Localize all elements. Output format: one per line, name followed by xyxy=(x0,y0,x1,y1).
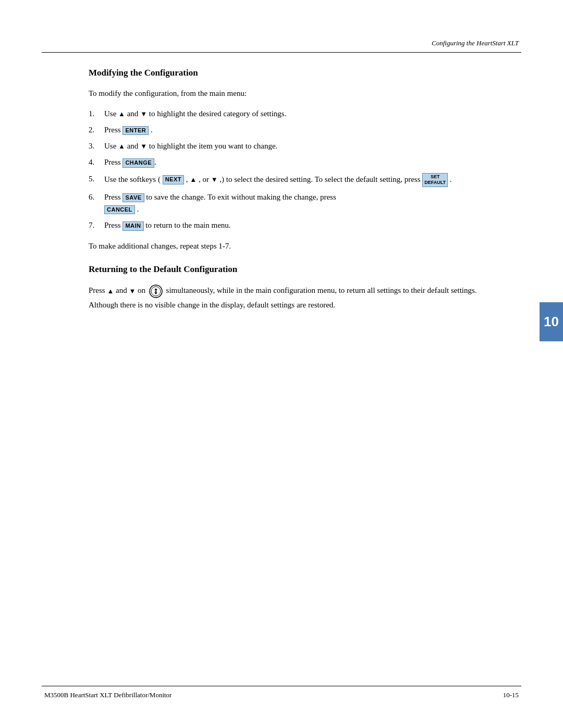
main-content: Modifying the Configuration To modify th… xyxy=(89,63,506,312)
footer-right: 10-15 xyxy=(503,691,519,699)
trailing-text: To make additional changes, repeat steps… xyxy=(89,240,506,252)
enter-key: ENTER xyxy=(123,126,149,135)
step-4: 4. Press CHANGE. xyxy=(89,156,506,168)
section1-title: Modifying the Configuration xyxy=(89,68,506,78)
step-7: 7. Press MAIN to return to the main menu… xyxy=(89,219,506,231)
section2-title: Returning to the Default Configuration xyxy=(89,264,506,275)
bottom-rule xyxy=(42,686,521,686)
arrow-down-icon-3: ▼ xyxy=(211,175,218,185)
step-1: 1. Use ▲ and ▼ to highlight the desired … xyxy=(89,108,506,120)
top-rule xyxy=(42,52,521,53)
main-key: MAIN xyxy=(123,221,143,230)
step-3-content: Use ▲ and ▼ to highlight the item you wa… xyxy=(104,140,506,152)
step-5-num: 5. xyxy=(89,173,104,185)
knob-icon xyxy=(149,284,163,299)
section2-body: Press ▲ and ▼ on simultaneously, while i… xyxy=(89,284,506,312)
step-6-content: Press SAVE to save the change. To exit w… xyxy=(104,191,506,216)
arrow-up-icon: ▲ xyxy=(118,109,125,119)
step-7-num: 7. xyxy=(89,219,104,231)
section2: Returning to the Default Configuration P… xyxy=(89,264,506,312)
arrow-down-icon-4: ▼ xyxy=(129,286,136,297)
step-1-num: 1. xyxy=(89,108,104,120)
set-default-key: SETDEFAULT xyxy=(422,173,448,187)
arrow-down-icon-2: ▼ xyxy=(140,141,147,152)
arrow-down-icon: ▼ xyxy=(140,109,147,119)
save-key: SAVE xyxy=(123,193,144,202)
step-1-content: Use ▲ and ▼ to highlight the desired cat… xyxy=(104,108,506,120)
step-3: 3. Use ▲ and ▼ to highlight the item you… xyxy=(89,140,506,152)
cancel-key: CANCEL xyxy=(104,205,135,214)
footer-left: M3500B HeartStart XLT Defibrillator/Moni… xyxy=(44,691,172,699)
step-2-content: Press ENTER . xyxy=(104,124,506,136)
step-2-num: 2. xyxy=(89,124,104,136)
step-4-content: Press CHANGE. xyxy=(104,156,506,168)
step-7-content: Press MAIN to return to the main menu. xyxy=(104,219,506,231)
step-2: 2. Press ENTER . xyxy=(89,124,506,136)
arrow-up-icon-3: ▲ xyxy=(190,175,197,185)
step-4-num: 4. xyxy=(89,156,104,168)
section1-intro: To modify the configuration, from the ma… xyxy=(89,88,506,100)
arrow-up-icon-4: ▲ xyxy=(107,286,114,297)
steps-list: 1. Use ▲ and ▼ to highlight the desired … xyxy=(89,108,506,232)
section1: Modifying the Configuration To modify th… xyxy=(89,68,506,252)
next-key: NEXT xyxy=(163,175,184,184)
header-text: Configuring the HeartStart XLT xyxy=(432,39,519,47)
step-6: 6. Press SAVE to save the change. To exi… xyxy=(89,191,506,216)
step-5: 5. Use the softkeys ( NEXT , ▲ , or ▼ ,)… xyxy=(89,173,506,187)
page-tab-number: 10 xyxy=(544,314,559,330)
step-3-num: 3. xyxy=(89,140,104,152)
step-6-num: 6. xyxy=(89,191,104,203)
arrow-up-icon-2: ▲ xyxy=(118,141,125,152)
page-tab: 10 xyxy=(540,302,563,341)
step-5-content: Use the softkeys ( NEXT , ▲ , or ▼ ,) to… xyxy=(104,173,506,187)
change-key: CHANGE xyxy=(123,158,154,167)
svg-point-2 xyxy=(155,291,156,292)
page-container: Configuring the HeartStart XLT Modifying… xyxy=(0,0,563,728)
